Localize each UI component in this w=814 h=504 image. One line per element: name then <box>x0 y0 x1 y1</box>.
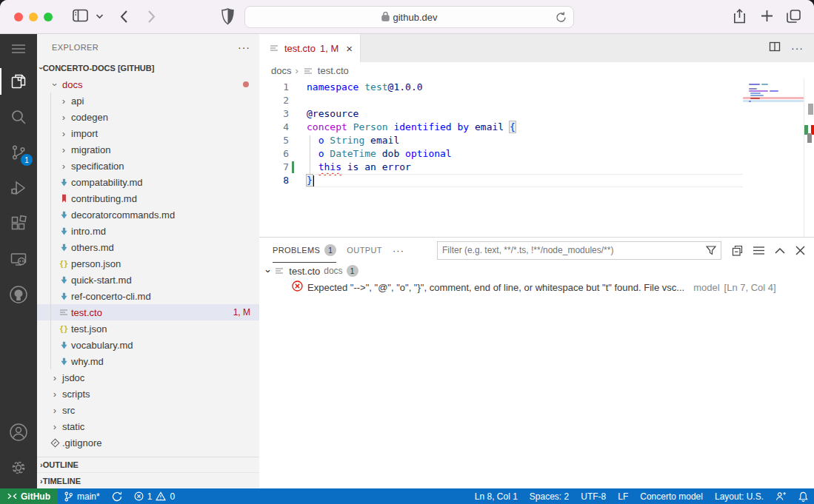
sync-button[interactable] <box>106 488 128 504</box>
tree-item-import[interactable]: ›import <box>37 125 259 141</box>
tree-item-src[interactable]: ›src <box>37 402 259 418</box>
tree-item-contributing.md[interactable]: contributing.md <box>37 190 259 206</box>
problems-file-folder: docs <box>324 266 342 276</box>
close-window-button[interactable] <box>14 13 23 21</box>
cursor-mark <box>807 133 812 143</box>
split-editor-icon[interactable] <box>769 41 781 56</box>
explorer-more-actions[interactable]: ··· <box>238 41 250 53</box>
keyboard-layout[interactable]: Layout: U.S. <box>709 491 770 502</box>
language-mode[interactable]: Concerto model <box>634 491 709 502</box>
code-line-1[interactable]: 1namespace test@1.0.0 <box>259 81 743 94</box>
tab-test-cto[interactable]: test.cto 1, M × <box>259 34 361 62</box>
cursor-position[interactable]: Ln 8, Col 1 <box>469 491 524 502</box>
chevron-right-icon: › <box>58 161 70 172</box>
close-tab-icon[interactable]: × <box>346 42 353 55</box>
timeline-section-header[interactable]: › TIMELINE <box>37 473 259 488</box>
eol-sequence[interactable]: LF <box>612 491 634 502</box>
tree-item-test.json[interactable]: {}test.json <box>37 320 259 337</box>
collapse-all-icon[interactable] <box>732 245 743 256</box>
tab-output[interactable]: OUTPUT <box>347 238 382 263</box>
code-line-4[interactable]: 4concept Person identified by email { <box>259 121 743 134</box>
back-button[interactable] <box>120 10 128 24</box>
panel-more-tabs-icon[interactable]: ··· <box>393 245 404 256</box>
timeline-label: TIMELINE <box>43 477 81 485</box>
problems-indicator[interactable]: 1 0 <box>128 488 181 504</box>
problems-filter[interactable] <box>437 241 721 260</box>
scrollbar-slider[interactable] <box>808 104 813 115</box>
workspace-section-header[interactable]: › CONCERTO-DOCS [GITHUB] <box>37 60 259 76</box>
tree-item-vocabulary.md[interactable]: vocabulary.md <box>37 337 259 353</box>
tree-item-static[interactable]: ›static <box>37 418 259 434</box>
tree-item-why.md[interactable]: why.md <box>37 353 259 369</box>
tree-item-scripts[interactable]: ›scripts <box>37 386 259 402</box>
address-bar[interactable]: github.dev <box>244 6 574 28</box>
tree-item-compatability.md[interactable]: compatability.md <box>37 174 259 190</box>
tree-item-others.md[interactable]: others.md <box>37 239 259 255</box>
code-line-5[interactable]: 5 o String email <box>259 134 743 147</box>
remote-indicator[interactable]: GitHub <box>0 488 58 504</box>
tab-problems[interactable]: PROBLEMS 1 <box>273 238 336 263</box>
run-debug-icon[interactable] <box>0 170 37 206</box>
indentation[interactable]: Spaces: 2 <box>524 491 575 502</box>
tab-overview-icon[interactable] <box>787 10 801 23</box>
tree-item-api[interactable]: ›api <box>37 93 259 109</box>
close-panel-icon[interactable] <box>795 246 805 255</box>
privacy-shield-icon[interactable] <box>221 8 234 25</box>
breadcrumb-file[interactable]: test.cto <box>318 65 349 76</box>
code-line-6[interactable]: 6 o DateTime dob optional <box>259 147 743 161</box>
tree-item-ref-concerto-cli.md[interactable]: ref-concerto-cli.md <box>37 288 259 304</box>
new-tab-icon[interactable] <box>761 10 773 22</box>
gitignore-file-icon <box>49 437 61 448</box>
code-editor[interactable]: 1namespace test@1.0.023@resource4concept… <box>259 79 814 237</box>
tree-item-codegen[interactable]: ›codegen <box>37 109 259 125</box>
search-icon[interactable] <box>0 99 37 135</box>
filter-funnel-icon[interactable] <box>701 245 721 255</box>
tree-item-quick-start.md[interactable]: quick-start.md <box>37 272 259 288</box>
maximize-panel-icon[interactable] <box>775 247 785 254</box>
outline-section-header[interactable]: › OUTLINE <box>37 457 259 473</box>
extensions-icon[interactable] <box>0 206 37 241</box>
tree-item-decoratorcommands.md[interactable]: decoratorcommands.md <box>37 206 259 223</box>
share-icon[interactable] <box>733 9 746 24</box>
problem-error-row[interactable]: Expected "-->", "@", "o", "}", comment, … <box>259 279 814 295</box>
forward-button[interactable] <box>147 10 156 24</box>
code-line-2[interactable]: 2 <box>259 94 743 107</box>
tree-item-docs[interactable]: ›docs <box>37 76 259 93</box>
minimap[interactable] <box>743 79 804 237</box>
filter-input[interactable] <box>438 245 701 255</box>
tree-item-jsdoc[interactable]: ›jsdoc <box>37 369 259 386</box>
chevron-right-icon: › <box>58 112 70 123</box>
account-icon[interactable] <box>0 414 37 450</box>
reload-icon[interactable] <box>556 11 567 26</box>
github-icon[interactable] <box>0 277 37 312</box>
tree-item-intro.md[interactable]: intro.md <box>37 223 259 239</box>
tree-item-person.json[interactable]: {}person.json <box>37 255 259 272</box>
code-line-8[interactable]: 8} <box>259 174 743 187</box>
zoom-window-button[interactable] <box>44 13 53 21</box>
code-line-7[interactable]: 7 this is an error <box>259 161 743 174</box>
problems-file-group[interactable]: › test.cto docs 1 <box>259 263 814 279</box>
tree-item-test.cto[interactable]: test.cto1, M <box>37 304 259 320</box>
sidebar-toggle-icon[interactable] <box>73 9 88 22</box>
view-mode-icon[interactable] <box>753 246 764 255</box>
breadcrumb-folder[interactable]: docs <box>271 65 291 76</box>
problems-file-name: test.cto <box>289 266 320 277</box>
tree-item-specification[interactable]: ›specification <box>37 158 259 174</box>
sidebar-chevron-icon[interactable] <box>96 13 104 19</box>
settings-gear-icon[interactable] <box>0 450 37 485</box>
editor-more-actions-icon[interactable]: ··· <box>791 42 804 54</box>
branch-indicator[interactable]: main* <box>58 488 106 504</box>
code-line-3[interactable]: 3@resource <box>259 107 743 121</box>
menu-icon[interactable] <box>0 34 37 64</box>
tree-item-migration[interactable]: ›migration <box>37 141 259 158</box>
remote-explorer-icon[interactable] <box>0 241 37 277</box>
chevron-down-icon: › <box>50 78 61 90</box>
notifications-bell-icon[interactable] <box>793 491 814 502</box>
tree-item-.gitignore[interactable]: .gitignore <box>37 434 259 451</box>
explorer-icon[interactable] <box>0 64 37 99</box>
feedback-icon[interactable] <box>770 491 793 501</box>
encoding[interactable]: UTF-8 <box>575 491 612 502</box>
overview-ruler[interactable] <box>804 79 814 237</box>
minimize-window-button[interactable] <box>29 13 38 21</box>
source-control-icon[interactable]: 1 <box>0 135 37 170</box>
